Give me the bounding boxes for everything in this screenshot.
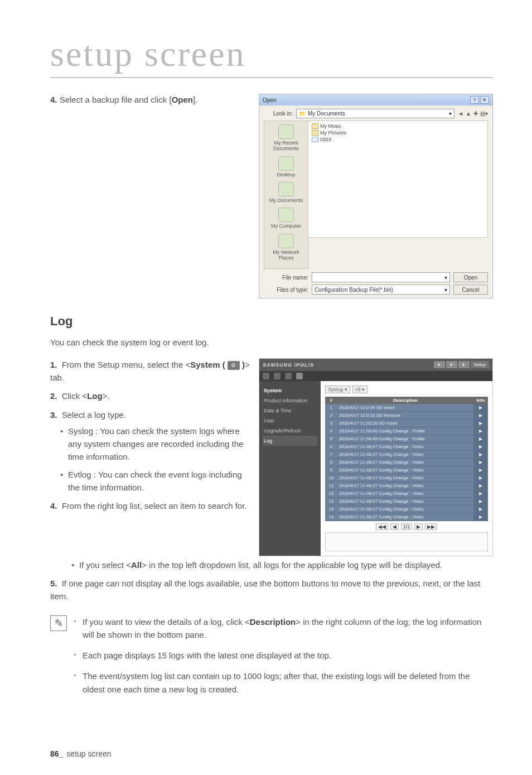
lookin-value: My Documents xyxy=(308,110,345,117)
file-icon xyxy=(312,137,318,142)
new-folder-icon[interactable]: ✚ xyxy=(473,110,478,117)
views-icon[interactable]: ▤▾ xyxy=(480,110,488,117)
table-row[interactable]: 62010/4/17 11:48:27 Config Change : Vide… xyxy=(325,442,488,450)
gear-icon: ⚙ xyxy=(228,361,240,370)
sidebar-item[interactable]: Date & Time xyxy=(263,406,317,416)
sidebar-item-log[interactable]: Log xyxy=(263,436,317,446)
open-dialog: Open ? ✕ Look in: 📁 My Documents ▾ xyxy=(259,94,493,299)
log-step-4: 4. From the right log list, select an it… xyxy=(50,499,250,512)
step-num: 4. xyxy=(50,95,57,104)
step-4-top: 4. Select a backup file and click [Open]… xyxy=(50,94,250,107)
place-mycomputer[interactable]: My Computer xyxy=(265,208,307,229)
sidebar-item[interactable]: Upgrade/Reboot xyxy=(263,426,317,436)
filetype-field[interactable]: Configuration Backup File(*.bin)▾ xyxy=(312,285,450,295)
log-table: # Description Info 12010/4/17 12:2:54 SD… xyxy=(325,397,488,521)
tab[interactable]: ⏵ xyxy=(458,361,470,368)
tab[interactable]: ⏵ xyxy=(434,361,445,368)
bullet-all: If you select <All> in the top left drop… xyxy=(71,559,493,571)
logfilter-select[interactable]: All ▾ xyxy=(352,386,368,393)
back-icon[interactable]: ◄ xyxy=(458,110,463,117)
pager-prev[interactable]: ◀ xyxy=(390,523,399,530)
log-intro: You can check the system log or event lo… xyxy=(50,336,493,349)
note-1: If you want to view the details of a log… xyxy=(74,615,493,642)
ipolis-viewer: SAMSUNG iPOLiS ⏵ ⏵ ⏵ Setup xyxy=(259,358,493,556)
sub-icon[interactable] xyxy=(296,373,303,379)
table-row[interactable]: 22010/4/17 12:0:33 SD Remove▶ xyxy=(325,411,488,419)
chevron-down-icon: ▾ xyxy=(449,110,452,117)
sub-icon[interactable] xyxy=(263,373,269,379)
brand: SAMSUNG iPOLiS xyxy=(263,362,314,368)
chevron-down-icon: ▾ xyxy=(444,275,447,281)
filename-label: File name: xyxy=(264,275,308,281)
sidebar-item[interactable]: User xyxy=(263,416,317,426)
page-title: setup screen xyxy=(50,33,493,78)
open-button[interactable]: Open xyxy=(453,272,488,282)
folder-icon: 📁 xyxy=(299,110,306,117)
note-3: The event/system log list can contain up… xyxy=(74,670,493,696)
table-row[interactable]: 42010/4/17 11:50:45 Config Change : Prof… xyxy=(325,427,488,435)
tab-setup[interactable]: Setup xyxy=(471,361,489,368)
table-row[interactable]: 112010/4/17 11:48:27 Config Change : Vid… xyxy=(325,482,488,489)
th-desc: Description xyxy=(337,397,473,404)
pager-next[interactable]: ▶ xyxy=(414,523,423,530)
logtype-select[interactable]: Syslog ▾ xyxy=(325,386,350,393)
log-step-1: 1. From the Setup menu, select the <Syst… xyxy=(50,358,250,384)
table-row[interactable]: 32010/4/17 11:53:28 SD Insert▶ xyxy=(325,419,488,427)
folder-icon xyxy=(312,123,318,129)
place-mydocs[interactable]: My Documents xyxy=(265,182,307,203)
folder-icon xyxy=(312,130,318,136)
table-row[interactable]: 92010/4/17 11:48:27 Config Change : Vide… xyxy=(325,466,488,474)
th-info: Info xyxy=(473,397,488,404)
step-text-end: ]. xyxy=(193,95,197,104)
open-word: Open xyxy=(172,95,193,104)
sidebar: System Product Information Date & Time U… xyxy=(259,381,321,556)
lookin-label: Look in: xyxy=(264,110,293,117)
sub-icon[interactable] xyxy=(285,373,292,379)
place-network[interactable]: My Network Places xyxy=(265,234,307,261)
open-dialog-title: Open xyxy=(263,97,276,103)
log-step-3: 3. Select a log type. Syslog : You can c… xyxy=(50,408,250,494)
close-icon[interactable]: ✕ xyxy=(480,96,489,104)
table-row[interactable]: 72010/4/17 11:48:27 Config Change : Vide… xyxy=(325,450,488,458)
lookin-combo[interactable]: 📁 My Documents ▾ xyxy=(296,109,454,118)
pager-pos: 1/1 xyxy=(401,523,413,530)
list-item[interactable]: My Music xyxy=(312,123,484,129)
sidebar-item[interactable]: System xyxy=(263,386,317,396)
up-icon[interactable]: ▲ xyxy=(466,110,471,117)
table-row[interactable]: 12010/4/17 12:2:54 SD Insert▶ xyxy=(325,404,488,412)
file-list[interactable]: My Music My Pictures 0323 xyxy=(308,121,488,238)
note-icon: ✎ xyxy=(50,615,67,631)
bullet-syslog: Syslog : You can check the system logs w… xyxy=(60,425,250,464)
page-footer: 86_setup screen xyxy=(50,749,112,758)
filetype-label: Files of type: xyxy=(264,287,308,293)
log-heading: Log xyxy=(50,314,493,329)
detail-pane xyxy=(325,532,488,551)
pager: ◀◀ ◀ 1/1 ▶ ▶▶ xyxy=(325,523,488,530)
sub-icon[interactable] xyxy=(274,373,280,379)
help-icon[interactable]: ? xyxy=(470,96,479,104)
th-num: # xyxy=(325,397,337,404)
table-row[interactable]: 152010/4/17 11:48:27 Config Change : Vid… xyxy=(325,513,488,521)
table-row[interactable]: 142010/4/17 11:48:27 Config Change : Vid… xyxy=(325,505,488,513)
pager-last[interactable]: ▶▶ xyxy=(425,523,437,530)
list-item[interactable]: My Pictures xyxy=(312,130,484,136)
note-2: Each page displays 15 logs with the late… xyxy=(74,649,493,662)
bullet-evtlog: Evtlog : You can check the event logs in… xyxy=(60,468,250,494)
table-row[interactable]: 52010/4/17 11:50:45 Config Change : Prof… xyxy=(325,435,488,442)
cancel-button[interactable]: Cancel xyxy=(453,285,488,295)
table-row[interactable]: 82010/4/17 11:48:27 Config Change : Vide… xyxy=(325,458,488,466)
list-item[interactable]: 0323 xyxy=(312,137,484,142)
chevron-down-icon: ▾ xyxy=(444,287,447,293)
table-row[interactable]: 132010/4/17 11:48:27 Config Change : Vid… xyxy=(325,497,488,505)
sidebar-item[interactable]: Product Information xyxy=(263,396,317,406)
places-bar: My Recent Documents Desktop My Documents… xyxy=(264,121,308,269)
place-recent[interactable]: My Recent Documents xyxy=(265,124,307,152)
pager-first[interactable]: ◀◀ xyxy=(376,523,388,530)
log-step-2: 2. Click <Log>. xyxy=(50,389,250,402)
filename-field[interactable]: ▾ xyxy=(312,272,450,282)
step-text: Select a backup file and click [ xyxy=(60,95,172,104)
place-desktop[interactable]: Desktop xyxy=(265,156,307,177)
table-row[interactable]: 122010/4/17 11:48:27 Config Change : Vid… xyxy=(325,489,488,497)
table-row[interactable]: 102010/4/17 11:48:27 Config Change : Vid… xyxy=(325,474,488,482)
tab[interactable]: ⏵ xyxy=(446,361,457,368)
